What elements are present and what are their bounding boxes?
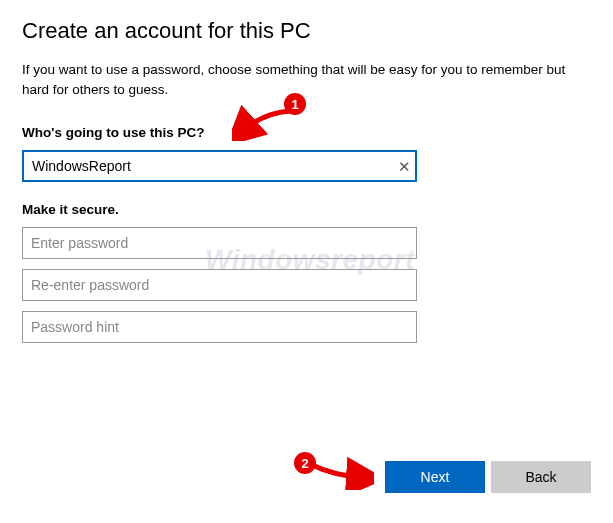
- clear-input-icon[interactable]: ✕: [398, 159, 411, 174]
- password-section-label: Make it secure.: [22, 202, 591, 217]
- username-input[interactable]: [22, 150, 417, 182]
- back-button[interactable]: Back: [491, 461, 591, 493]
- reenter-password-input[interactable]: [22, 269, 417, 301]
- annotation-badge-2: 2: [294, 452, 316, 474]
- password-input[interactable]: [22, 227, 417, 259]
- annotation-arrow-2-icon: [294, 448, 374, 490]
- description-text: If you want to use a password, choose so…: [22, 60, 591, 99]
- username-section-label: Who's going to use this PC?: [22, 125, 591, 140]
- next-button[interactable]: Next: [385, 461, 485, 493]
- password-hint-input[interactable]: [22, 311, 417, 343]
- annotation-2: 2: [294, 448, 374, 494]
- page-title: Create an account for this PC: [22, 18, 591, 44]
- username-field-wrap: ✕: [22, 150, 417, 182]
